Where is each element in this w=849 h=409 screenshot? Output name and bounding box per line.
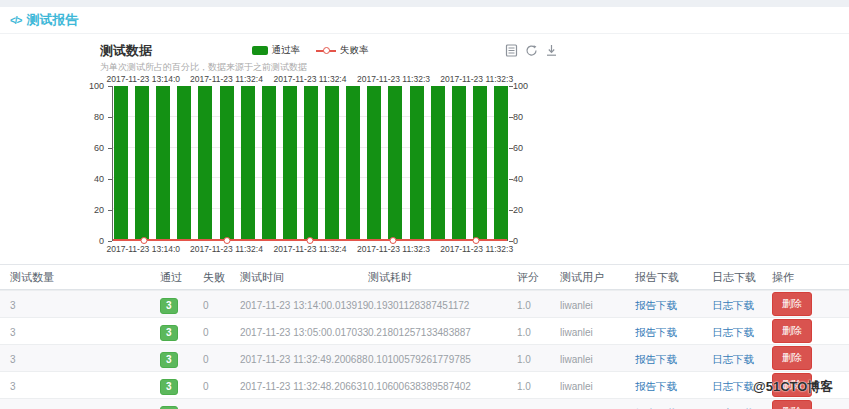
test-count-cell: 3 — [10, 300, 16, 311]
y-axis-tick-label: 80 — [513, 112, 543, 122]
log-download-link[interactable]: 日志下载 — [712, 380, 754, 392]
table-row: 3302017-11-23 13:14:00.0139190.193011283… — [0, 290, 849, 317]
fail-rate-point — [472, 237, 479, 244]
y-axis-tick — [108, 86, 112, 87]
column-header: 测试数量 — [10, 270, 160, 285]
restore-icon[interactable] — [525, 44, 538, 57]
x-axis-label: 2017-11-23 11:32:3 — [357, 244, 430, 254]
x-axis-label: 2017-11-23 13:14:0 — [106, 244, 180, 254]
delete-button[interactable]: 删除 — [772, 346, 812, 370]
legend-item-fail[interactable]: 失败率 — [316, 44, 369, 57]
report-download-link[interactable]: 报告下载 — [635, 326, 677, 338]
y-axis-tick-label: 20 — [513, 205, 543, 215]
pass-rate-bar — [198, 86, 212, 240]
column-header: 测试用户 — [560, 270, 635, 285]
pass-rate-bar — [220, 86, 234, 240]
test-user-cell: liwanlei — [560, 327, 593, 338]
fail-count-cell: 0 — [203, 381, 209, 392]
log-download-link[interactable]: 日志下载 — [712, 353, 754, 365]
test-count-cell: 3 — [10, 327, 16, 338]
page: </> 测试报告 测试数据 为单次测试所占的百分比，数据来源于之前测试数据 通过… — [0, 0, 849, 409]
y-axis-tick — [108, 148, 112, 149]
pass-count-badge: 3 — [160, 379, 178, 395]
pass-rate-bar — [367, 86, 381, 240]
pass-rate-bar — [346, 86, 360, 240]
top-strip — [0, 0, 849, 7]
chart-subtitle: 为单次测试所占的百分比，数据来源于之前测试数据 — [100, 61, 307, 74]
code-icon: </> — [10, 15, 21, 26]
pass-rate-swatch-icon — [252, 46, 268, 55]
report-download-link[interactable]: 报告下载 — [635, 299, 677, 311]
test-user-cell: liwanlei — [560, 300, 593, 311]
score-cell: 1.0 — [517, 381, 531, 392]
delete-button[interactable]: 删除 — [772, 319, 812, 343]
y-axis-tick-label: 40 — [74, 174, 104, 184]
pass-rate-bar — [431, 86, 445, 240]
x-axis-label: 2017-11-23 11:32:3 — [440, 74, 513, 84]
y-axis-tick-label: 100 — [74, 81, 104, 91]
y-axis-tick-label: 0 — [513, 236, 543, 246]
legend-pass-label: 通过率 — [272, 44, 301, 57]
y-axis-tick-label: 40 — [513, 174, 543, 184]
pass-rate-bar — [262, 86, 276, 240]
column-header: 通过 — [160, 270, 203, 285]
test-user-cell: liwanlei — [560, 354, 593, 365]
y-axis-tick — [509, 148, 513, 149]
pass-count-badge: 3 — [160, 298, 178, 314]
legend-fail-label: 失败率 — [340, 44, 369, 57]
test-count-cell: 3 — [10, 381, 16, 392]
y-axis-tick-label: 0 — [74, 236, 104, 246]
x-axis-label: 2017-11-23 11:32:4 — [190, 244, 263, 254]
y-axis-tick-label: 60 — [513, 143, 543, 153]
watermark: @51CTO博客 — [753, 378, 833, 396]
pass-rate-bar — [156, 86, 170, 240]
column-header: 操作 — [772, 270, 849, 285]
pass-rate-bar — [494, 86, 508, 240]
column-header: 测试时间 — [240, 270, 368, 285]
y-axis-tick — [509, 241, 513, 242]
legend-item-pass[interactable]: 通过率 — [252, 44, 301, 57]
duration-cell: 0.21801257133483887 — [368, 327, 471, 338]
report-download-link[interactable]: 报告下载 — [635, 353, 677, 365]
pass-rate-bars — [114, 86, 508, 240]
y-axis-tick-label: 100 — [513, 81, 543, 91]
table-row: 3302017-11-23 13:05:00.0170330.218012571… — [0, 317, 849, 344]
fail-rate-point — [390, 237, 397, 244]
pass-rate-bar — [241, 86, 255, 240]
x-axis-label: 2017-11-23 11:32:4 — [274, 244, 347, 254]
chart-legend: 通过率 失败率 — [112, 44, 508, 57]
chart-toolbox — [505, 44, 558, 57]
pass-rate-bar — [177, 86, 191, 240]
pass-rate-bar — [473, 86, 487, 240]
test-count-cell: 3 — [10, 354, 16, 365]
column-header: 日志下载 — [712, 270, 772, 285]
pass-count-badge: 3 — [160, 352, 178, 368]
y-axis-tick-label: 20 — [74, 205, 104, 215]
y-axis-tick — [108, 210, 112, 211]
fail-rate-point — [141, 237, 148, 244]
x-axis-label: 2017-11-23 11:32:3 — [357, 74, 430, 84]
delete-button[interactable]: 删除 — [772, 400, 812, 409]
test-time-cell: 2017-11-23 11:32:48.206631 — [240, 381, 368, 392]
page-title: 测试报告 — [26, 11, 78, 29]
duration-cell: 0.10600638389587402 — [368, 381, 471, 392]
delete-button[interactable]: 删除 — [772, 292, 812, 316]
fail-count-cell: 0 — [203, 327, 209, 338]
y-axis-tick — [108, 117, 112, 118]
y-axis-tick-label: 60 — [74, 143, 104, 153]
fail-count-cell: 0 — [203, 300, 209, 311]
table-row: 330报告下载日志下载删除 — [0, 398, 849, 409]
data-view-icon[interactable] — [505, 44, 518, 57]
log-download-link[interactable]: 日志下载 — [712, 326, 754, 338]
column-header: 失败 — [203, 270, 240, 285]
report-download-link[interactable]: 报告下载 — [635, 380, 677, 392]
fail-rate-point — [307, 237, 314, 244]
pass-rate-bar — [325, 86, 339, 240]
score-cell: 1.0 — [517, 354, 531, 365]
column-header: 评分 — [517, 270, 560, 285]
save-image-icon[interactable] — [545, 44, 558, 57]
y-axis-tick-label: 80 — [74, 112, 104, 122]
log-download-link[interactable]: 日志下载 — [712, 299, 754, 311]
pass-rate-bar — [388, 86, 402, 240]
y-axis-tick — [509, 117, 513, 118]
